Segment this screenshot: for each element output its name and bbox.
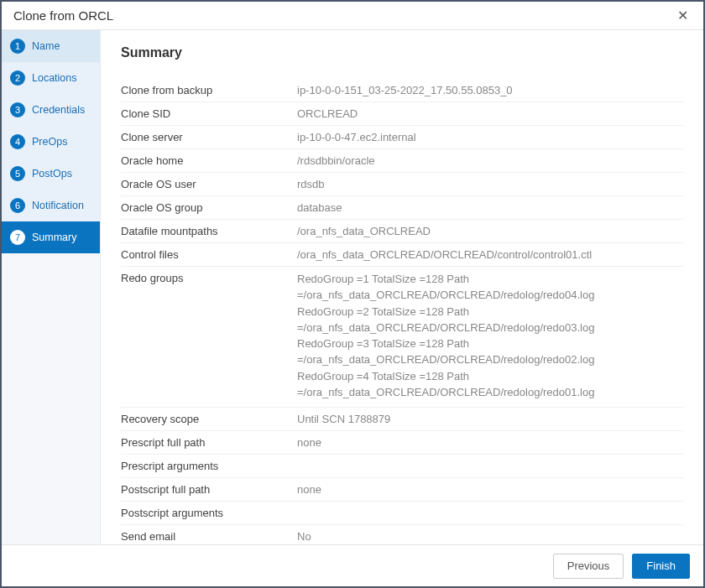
row-send-email: Send email No (121, 525, 683, 544)
row-value: none (297, 436, 683, 449)
redo-line: RedoGroup =4 TotalSize =128 Path =/ora_n… (297, 369, 683, 401)
row-value: /ora_nfs_data_ORCLREAD/ORCLREAD/control/… (297, 248, 683, 261)
step-label: PreOps (32, 136, 67, 148)
summary-table: Clone from backup ip-10-0-0-151_03-25-20… (121, 79, 683, 544)
step-notification[interactable]: 6 Notification (2, 190, 100, 221)
row-label: Postscript full path (121, 483, 297, 496)
row-label: Clone SID (121, 107, 297, 120)
row-label: Oracle OS group (121, 201, 297, 214)
row-value: No (297, 530, 683, 543)
step-summary[interactable]: 7 Summary (2, 221, 100, 253)
row-clone-sid: Clone SID ORCLREAD (121, 102, 683, 126)
row-clone-server: Clone server ip-10-0-0-47.ec2.internal (121, 126, 683, 149)
step-number-badge: 2 (10, 70, 25, 86)
step-label: Name (32, 40, 60, 52)
row-postscript-path: Postscript full path none (121, 478, 683, 502)
step-number-badge: 5 (10, 166, 25, 181)
step-label: Locations (32, 72, 77, 84)
step-label: Notification (32, 200, 84, 211)
row-oracle-os-user: Oracle OS user rdsdb (121, 173, 683, 196)
row-value: ORCLREAD (297, 107, 683, 120)
row-label: Clone from backup (121, 84, 297, 96)
step-number-badge: 6 (10, 198, 25, 213)
close-icon[interactable]: ✕ (674, 6, 692, 26)
row-label: Postscript arguments (121, 507, 297, 519)
clone-wizard-dialog: Clone from ORCL ✕ 1 Name 2 Locations 3 C… (0, 0, 705, 588)
row-value: none (297, 483, 683, 496)
row-value: RedoGroup =1 TotalSize =128 Path =/ora_n… (297, 272, 683, 402)
step-locations[interactable]: 2 Locations (2, 62, 100, 94)
row-clone-from-backup: Clone from backup ip-10-0-0-151_03-25-20… (121, 79, 683, 102)
step-postops[interactable]: 5 PostOps (2, 158, 100, 190)
step-name[interactable]: 1 Name (2, 30, 100, 62)
row-oracle-os-group: Oracle OS group database (121, 196, 683, 220)
step-number-badge: 7 (10, 230, 25, 245)
row-label: Oracle OS user (121, 178, 297, 190)
redo-line: RedoGroup =3 TotalSize =128 Path =/ora_n… (297, 336, 683, 368)
redo-line: RedoGroup =1 TotalSize =128 Path =/ora_n… (297, 272, 683, 304)
dialog-title: Clone from ORCL (13, 8, 113, 23)
row-datafile-mountpaths: Datafile mountpaths /ora_nfs_data_ORCLRE… (121, 220, 683, 243)
finish-button[interactable]: Finish (632, 554, 690, 579)
row-value: Until SCN 1788879 (297, 413, 683, 425)
previous-button[interactable]: Previous (553, 554, 624, 579)
step-number-badge: 1 (10, 39, 25, 54)
row-label: Redo groups (121, 272, 297, 284)
row-value: /ora_nfs_data_ORCLREAD (297, 225, 683, 237)
step-credentials[interactable]: 3 Credentials (2, 94, 100, 126)
step-number-badge: 4 (10, 134, 25, 149)
dialog-body: 1 Name 2 Locations 3 Credentials 4 PreOp… (2, 30, 703, 544)
step-number-badge: 3 (10, 102, 25, 117)
row-postscript-args: Postscript arguments (121, 502, 683, 525)
row-label: Oracle home (121, 154, 297, 167)
row-redo-groups: Redo groups RedoGroup =1 TotalSize =128 … (121, 267, 683, 408)
row-value: /rdsdbbin/oracle (297, 154, 683, 167)
row-prescript-args: Prescript arguments (121, 455, 683, 478)
step-preops[interactable]: 4 PreOps (2, 126, 100, 158)
row-label: Clone server (121, 131, 297, 143)
row-control-files: Control files /ora_nfs_data_ORCLREAD/ORC… (121, 243, 683, 267)
row-oracle-home: Oracle home /rdsdbbin/oracle (121, 149, 683, 173)
row-value: database (297, 201, 683, 214)
row-label: Prescript full path (121, 436, 297, 449)
wizard-content: Summary Clone from backup ip-10-0-0-151_… (101, 30, 703, 544)
dialog-footer: Previous Finish (2, 544, 703, 586)
row-label: Prescript arguments (121, 460, 297, 472)
row-label: Datafile mountpaths (121, 225, 297, 237)
wizard-sidebar: 1 Name 2 Locations 3 Credentials 4 PreOp… (2, 30, 101, 544)
row-value: rdsdb (297, 178, 683, 190)
step-label: Credentials (32, 104, 85, 116)
row-label: Recovery scope (121, 413, 297, 425)
row-value: ip-10-0-0-47.ec2.internal (297, 131, 683, 143)
titlebar: Clone from ORCL ✕ (2, 2, 703, 30)
redo-line: RedoGroup =2 TotalSize =128 Path =/ora_n… (297, 304, 683, 336)
step-label: PostOps (32, 168, 72, 180)
row-value: ip-10-0-0-151_03-25-2022_17.50.55.0853_0 (297, 84, 683, 96)
row-label: Control files (121, 248, 297, 261)
page-title: Summary (121, 45, 683, 60)
row-prescript-path: Prescript full path none (121, 431, 683, 455)
step-label: Summary (32, 232, 76, 243)
row-label: Send email (121, 530, 297, 543)
row-recovery-scope: Recovery scope Until SCN 1788879 (121, 408, 683, 431)
